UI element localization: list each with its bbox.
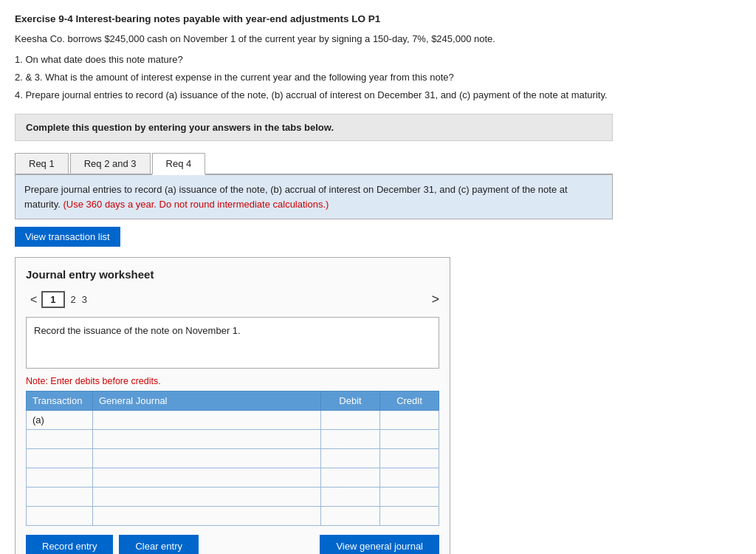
tab-req4[interactable]: Req 4 xyxy=(152,153,206,175)
row6-debit[interactable] xyxy=(321,507,380,526)
note-text: Note: Enter debits before credits. xyxy=(26,376,439,386)
row5-credit-input[interactable] xyxy=(380,488,439,506)
row2-transaction xyxy=(27,430,93,449)
row5-credit[interactable] xyxy=(380,488,439,507)
view-transaction-list-button[interactable]: View transaction list xyxy=(15,227,120,247)
row6-general-input[interactable] xyxy=(93,507,320,525)
table-row xyxy=(27,507,439,526)
row6-transaction xyxy=(27,507,93,526)
page-1[interactable]: 1 xyxy=(41,291,64,308)
record-instruction-text: Record the issuance of the note on Novem… xyxy=(34,325,241,336)
row3-debit-input[interactable] xyxy=(321,449,379,468)
worksheet-container: Journal entry worksheet < 1 2 3 > Record… xyxy=(15,257,450,554)
record-instruction-box: Record the issuance of the note on Novem… xyxy=(26,317,439,369)
row1-general-input[interactable] xyxy=(93,411,320,429)
row4-general-journal[interactable] xyxy=(93,468,321,488)
prev-page-button[interactable]: < xyxy=(26,292,41,308)
row3-transaction xyxy=(27,449,93,468)
table-row xyxy=(27,468,439,488)
row1-general-journal[interactable] xyxy=(93,411,321,430)
row6-credit[interactable] xyxy=(380,507,439,526)
row4-general-input[interactable] xyxy=(93,468,320,487)
view-general-journal-button[interactable]: View general journal xyxy=(320,535,439,554)
action-buttons: Record entry Clear entry View general jo… xyxy=(26,535,439,554)
row5-general-input[interactable] xyxy=(93,488,320,506)
row5-debit-input[interactable] xyxy=(321,488,379,506)
journal-table: Transaction General Journal Debit Credit… xyxy=(26,391,439,526)
tab-req1[interactable]: Req 1 xyxy=(15,153,69,174)
intro-text: Keesha Co. borrows $245,000 cash on Nove… xyxy=(15,33,741,44)
row4-transaction xyxy=(27,468,93,488)
row3-debit[interactable] xyxy=(321,449,380,468)
worksheet-title: Journal entry worksheet xyxy=(26,268,439,281)
table-row xyxy=(27,488,439,507)
header-transaction: Transaction xyxy=(27,391,93,411)
tab-content-red: (Use 360 days a year. Do not round inter… xyxy=(63,199,329,210)
row4-credit[interactable] xyxy=(380,468,439,488)
row2-general-input[interactable] xyxy=(93,430,320,448)
row5-transaction xyxy=(27,488,93,507)
row2-credit[interactable] xyxy=(380,430,439,449)
page-2[interactable]: 2 xyxy=(71,294,76,305)
row1-credit[interactable] xyxy=(380,411,439,430)
clear-entry-button[interactable]: Clear entry xyxy=(119,535,199,554)
tabs-row: Req 1 Req 2 and 3 Req 4 xyxy=(15,151,613,175)
row6-credit-input[interactable] xyxy=(380,507,439,525)
question-4: 4. Prepare journal entries to record (a)… xyxy=(15,87,741,103)
row1-transaction: (a) xyxy=(27,411,93,430)
table-row xyxy=(27,449,439,468)
tab-content-area: Prepare journal entries to record (a) is… xyxy=(15,175,613,219)
header-credit: Credit xyxy=(380,391,439,411)
question-1: 1. On what date does this note mature? xyxy=(15,52,741,68)
row4-debit-input[interactable] xyxy=(321,468,379,487)
row2-general-journal[interactable] xyxy=(93,430,321,449)
tab-req2and3[interactable]: Req 2 and 3 xyxy=(70,153,151,174)
row3-credit-input[interactable] xyxy=(380,449,439,468)
row3-general-input[interactable] xyxy=(93,449,320,468)
row3-credit[interactable] xyxy=(380,449,439,468)
complete-instruction-box: Complete this question by entering your … xyxy=(15,114,613,141)
row6-general-journal[interactable] xyxy=(93,507,321,526)
row3-general-journal[interactable] xyxy=(93,449,321,468)
row5-debit[interactable] xyxy=(321,488,380,507)
header-general-journal: General Journal xyxy=(93,391,321,411)
page-3[interactable]: 3 xyxy=(82,294,87,305)
row2-debit-input[interactable] xyxy=(321,430,379,448)
row2-credit-input[interactable] xyxy=(380,430,439,448)
row6-debit-input[interactable] xyxy=(321,507,379,525)
table-row: (a) xyxy=(27,411,439,430)
record-entry-button[interactable]: Record entry xyxy=(26,535,113,554)
row1-debit-input[interactable] xyxy=(321,411,379,429)
row5-general-journal[interactable] xyxy=(93,488,321,507)
row4-debit[interactable] xyxy=(321,468,380,488)
header-debit: Debit xyxy=(321,391,380,411)
question-2-3: 2. & 3. What is the amount of interest e… xyxy=(15,69,741,86)
questions-block: 1. On what date does this note mature? 2… xyxy=(15,52,741,103)
nav-row: < 1 2 3 > xyxy=(26,291,439,308)
row1-credit-input[interactable] xyxy=(380,411,439,429)
next-page-button[interactable]: > xyxy=(431,292,439,307)
row2-debit[interactable] xyxy=(321,430,380,449)
row1-debit[interactable] xyxy=(321,411,380,430)
row4-credit-input[interactable] xyxy=(380,468,439,487)
exercise-title: Exercise 9-4 Interest-bearing notes paya… xyxy=(15,13,741,24)
table-row xyxy=(27,430,439,449)
